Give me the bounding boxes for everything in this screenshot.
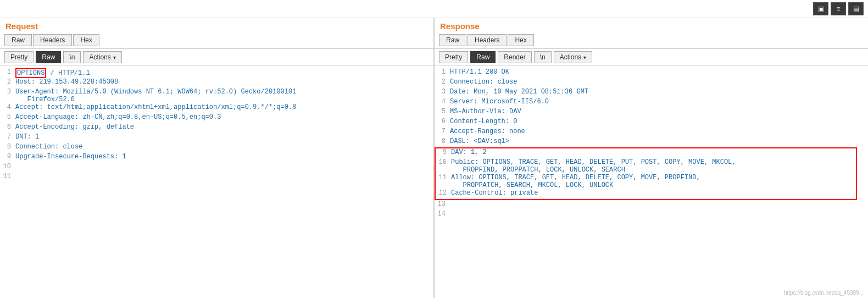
response-raw-btn[interactable]: Raw bbox=[470, 51, 496, 63]
request-line-8: 8 Connection: close bbox=[0, 143, 433, 153]
response-line-13: 13 bbox=[435, 200, 868, 210]
request-method-highlight: OPTIONS bbox=[15, 68, 46, 78]
response-tab-raw[interactable]: Raw bbox=[439, 34, 466, 46]
request-tab-row: Raw Headers Hex bbox=[0, 32, 433, 49]
response-tab-row: Raw Headers Hex bbox=[435, 32, 868, 49]
response-actions-label: Actions bbox=[560, 53, 581, 61]
request-line-10: 10 bbox=[0, 163, 433, 173]
request-line-11: 11 bbox=[0, 173, 433, 183]
response-toolbar: Pretty Raw Render \n Actions ▾ bbox=[435, 49, 868, 66]
response-line-8: 8 DASL: <DAV:sql> bbox=[435, 137, 868, 147]
response-tab-hex[interactable]: Hex bbox=[508, 34, 533, 46]
list-view-icon[interactable]: ≡ bbox=[831, 2, 846, 15]
line-num-2: 2 bbox=[0, 78, 15, 86]
resp-line-num-11: 11 bbox=[436, 174, 451, 181]
response-line-9: 9 DAV: 1, 2 bbox=[436, 148, 856, 158]
response-line-10: 10 Public: OPTIONS, TRACE, GET, HEAD, DE… bbox=[436, 158, 856, 174]
line-num-5: 5 bbox=[0, 113, 15, 121]
request-actions-chevron: ▾ bbox=[113, 54, 116, 60]
response-line-7: 7 Accept-Ranges: none bbox=[435, 128, 868, 137]
resp-line-num-3: 3 bbox=[435, 88, 450, 96]
line-num-7: 7 bbox=[0, 133, 15, 141]
request-line-3: 3 User-Agent: Mozilla/5.0 (Windows NT 6.… bbox=[0, 88, 433, 103]
response-tab-headers[interactable]: Headers bbox=[468, 34, 507, 46]
response-line-1: 1 HTTP/1.1 200 OK bbox=[435, 68, 868, 78]
request-tab-headers[interactable]: Headers bbox=[33, 34, 72, 46]
response-line-12: 12 Cache-Control: private bbox=[436, 189, 856, 199]
panels-container: Request Raw Headers Hex Pretty Raw \n Ac… bbox=[0, 18, 868, 298]
request-line-7: 7 DNT: 1 bbox=[0, 133, 433, 143]
request-line-1: 1 OPTIONS / HTTP/1.1 bbox=[0, 68, 433, 78]
response-line-14: 14 bbox=[435, 210, 868, 220]
resp-line-num-14: 14 bbox=[435, 210, 450, 218]
resp-line-num-1: 1 bbox=[435, 68, 450, 76]
line-num-9: 9 bbox=[0, 153, 15, 161]
line-num-6: 6 bbox=[0, 123, 15, 131]
top-bar: ▣ ≡ ▤ bbox=[0, 0, 868, 18]
response-line-2: 2 Connection: close bbox=[435, 78, 868, 88]
response-line-5: 5 MS-Author-Via: DAV bbox=[435, 108, 868, 118]
request-raw-btn[interactable]: Raw bbox=[36, 51, 61, 63]
resp-line-num-5: 5 bbox=[435, 108, 450, 115]
line-num-4: 4 bbox=[0, 103, 15, 111]
request-line-4: 4 Accept: text/html,application/xhtml+xm… bbox=[0, 103, 433, 113]
resp-line-num-13: 13 bbox=[435, 200, 450, 208]
response-backslashn-btn[interactable]: \n bbox=[534, 51, 552, 63]
response-panel: Response Raw Headers Hex Pretty Raw Rend… bbox=[435, 18, 868, 298]
response-line-3: 3 Date: Mon, 10 May 2021 08:51:36 GMT bbox=[435, 88, 868, 98]
resp-line-num-8: 8 bbox=[435, 137, 450, 145]
resp-line-num-9: 9 bbox=[436, 148, 451, 156]
response-title: Response bbox=[435, 18, 868, 32]
request-tab-hex[interactable]: Hex bbox=[73, 34, 99, 46]
request-toolbar: Pretty Raw \n Actions ▾ bbox=[0, 49, 433, 66]
response-line-6: 6 Content-Length: 0 bbox=[435, 118, 868, 128]
response-actions-chevron: ▾ bbox=[583, 54, 586, 60]
request-actions-btn[interactable]: Actions ▾ bbox=[83, 51, 121, 63]
resp-line-num-10: 10 bbox=[436, 158, 451, 166]
split-view-icon[interactable]: ▣ bbox=[813, 2, 828, 15]
line-num-8: 8 bbox=[0, 143, 15, 151]
line-num-3: 3 bbox=[0, 88, 15, 96]
resp-line-num-12: 12 bbox=[436, 189, 451, 197]
response-render-btn[interactable]: Render bbox=[498, 51, 531, 63]
request-pretty-btn[interactable]: Pretty bbox=[4, 51, 34, 63]
watermark: https://blog.csdn.net/qq_45099... bbox=[784, 290, 864, 296]
response-actions-btn[interactable]: Actions ▾ bbox=[554, 51, 592, 63]
response-line-4: 4 Server: Microsoft-IIS/6.0 bbox=[435, 98, 868, 108]
response-content[interactable]: 1 HTTP/1.1 200 OK 2 Connection: close 3 … bbox=[435, 66, 868, 298]
request-title: Request bbox=[0, 18, 433, 32]
request-content[interactable]: 1 OPTIONS / HTTP/1.1 2 Host: 219.153.49.… bbox=[0, 66, 433, 298]
request-panel: Request Raw Headers Hex Pretty Raw \n Ac… bbox=[0, 18, 435, 298]
line-num-10: 10 bbox=[0, 163, 15, 170]
resp-line-num-2: 2 bbox=[435, 78, 450, 86]
grid-view-icon[interactable]: ▤ bbox=[848, 2, 864, 15]
request-backslashn-btn[interactable]: \n bbox=[63, 51, 81, 63]
request-line-9: 9 Upgrade-Insecure-Requests: 1 bbox=[0, 153, 433, 163]
response-highlight-section: 9 DAV: 1, 2 10 Public: OPTIONS, TRACE, G… bbox=[435, 147, 857, 200]
resp-line-num-7: 7 bbox=[435, 128, 450, 135]
resp-line-num-6: 6 bbox=[435, 118, 450, 125]
request-line-6: 6 Accept-Encoding: gzip, deflate bbox=[0, 123, 433, 133]
request-line-5: 5 Accept-Language: zh-CN,zh;q=0.8,en-US;… bbox=[0, 113, 433, 123]
request-line-2: 2 Host: 219.153.49.228:45308 bbox=[0, 78, 433, 88]
resp-line-num-4: 4 bbox=[435, 98, 450, 106]
line-num-11: 11 bbox=[0, 173, 15, 180]
request-tab-raw[interactable]: Raw bbox=[4, 34, 32, 46]
view-icons: ▣ ≡ ▤ bbox=[813, 2, 864, 15]
request-actions-label: Actions bbox=[89, 53, 110, 61]
line-num-1: 1 bbox=[0, 68, 15, 76]
response-pretty-btn[interactable]: Pretty bbox=[439, 51, 468, 63]
response-line-11: 11 Allow: OPTIONS, TRACE, GET, HEAD, DEL… bbox=[436, 174, 856, 189]
